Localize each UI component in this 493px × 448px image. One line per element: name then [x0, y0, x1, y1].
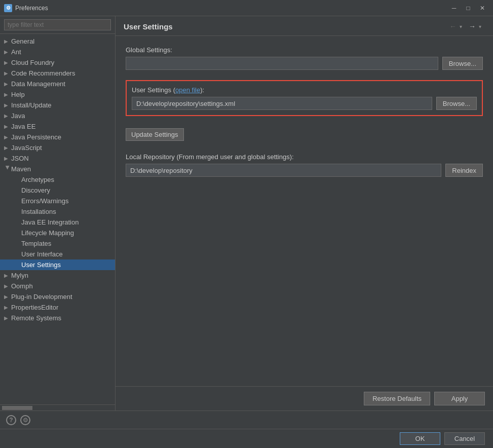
forward-dropdown[interactable]: ▾	[479, 24, 485, 29]
filter-input[interactable]	[4, 19, 111, 30]
sidebar-item-label-oomph: Oomph	[11, 282, 33, 290]
sidebar-item-label-user-interface: User Interface	[21, 250, 63, 258]
sidebar-item-json[interactable]: ▶JSON	[0, 153, 115, 164]
sidebar-item-label-errors-warnings: Errors/Warnings	[21, 197, 68, 205]
tree-arrow-json: ▶	[4, 156, 11, 161]
title-bar: ⚙ Preferences ─ □ ✕	[0, 0, 493, 16]
sidebar-item-properties-editor[interactable]: ▶PropertiesEditor	[0, 302, 115, 313]
sidebar-item-label-data-management: Data Management	[11, 80, 65, 88]
back-button[interactable]: ←	[447, 21, 459, 31]
restore-defaults-button[interactable]: Restore Defaults	[364, 392, 430, 405]
tree-arrow-javascript: ▶	[4, 145, 11, 151]
sidebar-item-errors-warnings[interactable]: Errors/Warnings	[0, 196, 115, 206]
sidebar-item-javascript[interactable]: ▶JavaScript	[0, 142, 115, 153]
sidebar-item-label-mylyn: Mylyn	[11, 272, 28, 279]
app-icon: ⚙	[4, 4, 12, 12]
content-header: User Settings ← ▾ → ▾	[116, 16, 493, 36]
sidebar-item-user-interface[interactable]: User Interface	[0, 249, 115, 259]
tree-arrow-ant: ▶	[4, 49, 11, 55]
sidebar-item-help[interactable]: ▶Help	[0, 89, 115, 100]
minimize-button[interactable]: ─	[447, 3, 461, 13]
sidebar-item-label-installations: Installations	[21, 208, 56, 215]
user-settings-file-label: User Settings (open file):	[132, 86, 477, 94]
sidebar-item-label-lifecycle-mapping: Lifecycle Mapping	[21, 229, 74, 237]
sidebar-item-label-plug-in-development: Plug-in Development	[11, 293, 72, 301]
sidebar-item-label-help: Help	[11, 91, 25, 98]
sidebar-item-java-persistence[interactable]: ▶Java Persistence	[0, 132, 115, 142]
sidebar-item-label-discovery: Discovery	[21, 186, 50, 194]
sidebar-item-code-recommenders[interactable]: ▶Code Recommenders	[0, 68, 115, 79]
sidebar-item-templates[interactable]: Templates	[0, 238, 115, 249]
browse-user-button[interactable]: Browse...	[436, 97, 477, 110]
user-settings-label-suffix: ):	[200, 86, 204, 94]
sidebar-item-java-ee-integration[interactable]: Java EE Integration	[0, 217, 115, 228]
sidebar-item-plug-in-development[interactable]: ▶Plug-in Development	[0, 291, 115, 302]
sidebar-item-ant[interactable]: ▶Ant	[0, 47, 115, 57]
sidebar-filter-area	[0, 16, 115, 34]
sidebar-item-java[interactable]: ▶Java	[0, 110, 115, 121]
sidebar-item-archetypes[interactable]: Archetypes	[0, 174, 115, 185]
update-settings-button[interactable]: Update Settings	[126, 128, 184, 141]
tree-arrow-java-ee: ▶	[4, 124, 11, 129]
sidebar-item-label-remote-systems: Remote Systems	[11, 314, 61, 322]
sidebar-item-discovery[interactable]: Discovery	[0, 185, 115, 196]
sidebar-item-data-management[interactable]: ▶Data Management	[0, 79, 115, 89]
cancel-button[interactable]: Cancel	[444, 432, 485, 445]
sidebar-item-java-ee[interactable]: ▶Java EE	[0, 121, 115, 132]
help-icon[interactable]: ?	[6, 415, 16, 425]
ok-button[interactable]: OK	[400, 432, 440, 445]
tree-arrow-code-recommenders: ▶	[4, 70, 11, 76]
sidebar-item-label-json: JSON	[11, 155, 29, 162]
tree-arrow-oomph: ▶	[4, 283, 11, 289]
sidebar-scrollbar-horizontal[interactable]	[0, 404, 115, 410]
tree-arrow-install-update: ▶	[4, 102, 11, 108]
tree-arrow-general: ▶	[4, 39, 11, 44]
open-file-link[interactable]: open file	[175, 86, 200, 94]
global-settings-label: Global Settings:	[126, 46, 483, 54]
apply-button[interactable]: Apply	[434, 392, 485, 405]
sidebar-item-maven[interactable]: ▶Maven	[0, 164, 115, 174]
forward-button[interactable]: →	[467, 21, 478, 31]
sidebar-item-label-templates: Templates	[21, 240, 51, 247]
local-repo-section: Local Repository (From merged user and g…	[126, 153, 483, 177]
sidebar-item-label-ant: Ant	[11, 48, 21, 56]
sidebar-item-install-update[interactable]: ▶Install/Update	[0, 100, 115, 110]
sidebar-item-label-java-ee: Java EE	[11, 123, 35, 130]
global-settings-input[interactable]	[126, 57, 438, 70]
sidebar-item-label-user-settings: User Settings	[21, 261, 61, 269]
content-area: User Settings ← ▾ → ▾ Global Settings: B…	[116, 16, 493, 410]
sidebar-item-mylyn[interactable]: ▶Mylyn	[0, 270, 115, 281]
global-settings-section: Global Settings: Browse...	[126, 46, 483, 70]
sidebar-item-general[interactable]: ▶General	[0, 36, 115, 47]
reindex-button[interactable]: Reindex	[445, 164, 483, 177]
maximize-button[interactable]: □	[462, 3, 475, 13]
close-button[interactable]: ✕	[476, 3, 489, 13]
sidebar-item-user-settings[interactable]: User Settings	[0, 259, 115, 270]
user-settings-row: Browse...	[132, 97, 477, 110]
back-dropdown[interactable]: ▾	[460, 24, 466, 29]
sidebar: ▶General▶Ant▶Cloud Foundry▶Code Recommen…	[0, 16, 116, 410]
sidebar-item-oomph[interactable]: ▶Oomph	[0, 281, 115, 291]
local-repo-input[interactable]	[126, 164, 441, 177]
user-settings-label-prefix: User Settings (	[132, 86, 175, 94]
user-settings-input[interactable]	[132, 97, 432, 110]
tree-arrow-plug-in-development: ▶	[4, 294, 11, 300]
tree-arrow-mylyn: ▶	[4, 273, 11, 278]
tree-arrow-maven: ▶	[5, 166, 11, 173]
sidebar-item-label-code-recommenders: Code Recommenders	[11, 69, 75, 77]
sidebar-item-cloud-foundry[interactable]: ▶Cloud Foundry	[0, 57, 115, 68]
sidebar-item-installations[interactable]: Installations	[0, 206, 115, 217]
scrollbar-thumb	[2, 406, 32, 410]
sidebar-item-label-java-ee-integration: Java EE Integration	[21, 218, 79, 226]
main-container: ▶General▶Ant▶Cloud Foundry▶Code Recommen…	[0, 16, 493, 410]
tree-arrow-properties-editor: ▶	[4, 305, 11, 310]
sidebar-item-label-general: General	[11, 38, 34, 45]
tree-arrow-data-management: ▶	[4, 81, 11, 87]
sidebar-item-remote-systems[interactable]: ▶Remote Systems	[0, 313, 115, 323]
sidebar-item-label-install-update: Install/Update	[11, 101, 52, 109]
settings-icon[interactable]: ⚙	[20, 415, 30, 425]
sidebar-item-lifecycle-mapping[interactable]: Lifecycle Mapping	[0, 228, 115, 238]
sidebar-tree: ▶General▶Ant▶Cloud Foundry▶Code Recommen…	[0, 34, 115, 404]
tree-arrow-remote-systems: ▶	[4, 315, 11, 321]
browse-global-button[interactable]: Browse...	[442, 57, 483, 70]
